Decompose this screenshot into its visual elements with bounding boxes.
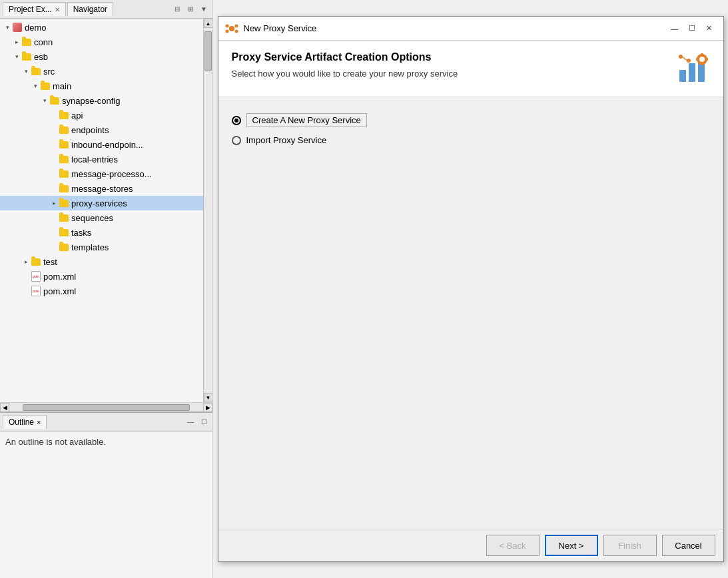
right-panel: New Proxy Service — ☐ ✕ Proxy Service Ar… bbox=[213, 0, 728, 578]
list-item[interactable]: pom pom.xml bbox=[0, 284, 203, 298]
list-item[interactable]: src bbox=[0, 64, 203, 79]
dialog-heading: Proxy Service Artifact Creation Options bbox=[232, 51, 458, 63]
back-button[interactable]: < Back bbox=[486, 535, 540, 556]
tree-item-label: local-entries bbox=[71, 154, 118, 164]
list-item[interactable]: test bbox=[0, 254, 203, 269]
list-item[interactable]: api bbox=[0, 108, 203, 123]
list-item[interactable]: templates bbox=[0, 240, 203, 254]
import-option[interactable]: Import Proxy Service bbox=[232, 135, 710, 145]
list-item[interactable]: esb bbox=[0, 49, 203, 64]
scroll-down-arrow[interactable]: ▼ bbox=[204, 393, 213, 402]
horizontal-scrollbar[interactable]: ◀ ▶ bbox=[0, 402, 212, 412]
expand-arrow[interactable] bbox=[21, 67, 31, 76]
expand-arrow[interactable] bbox=[21, 257, 31, 266]
scroll-thumb[interactable] bbox=[204, 31, 212, 71]
dialog-title-bar: New Proxy Service — ☐ ✕ bbox=[218, 17, 723, 41]
tree-item-label: api bbox=[71, 111, 83, 121]
expand-arrow[interactable] bbox=[12, 37, 21, 47]
folder-icon bbox=[59, 242, 69, 252]
expand-arrow[interactable] bbox=[3, 23, 12, 32]
list-item[interactable]: local-entries bbox=[0, 152, 203, 166]
tree-item-label: message-stores bbox=[71, 184, 133, 194]
scroll-up-arrow[interactable]: ▲ bbox=[204, 19, 213, 28]
scroll-left-arrow[interactable]: ◀ bbox=[0, 403, 9, 412]
tree-item-label: tasks bbox=[71, 228, 91, 238]
project-explorer-label: Project Ex... bbox=[9, 5, 52, 14]
minimize-button[interactable]: — bbox=[667, 21, 682, 36]
folder-icon bbox=[59, 183, 69, 194]
tree-item-label: message-processo... bbox=[71, 169, 152, 179]
navigator-label: Navigator bbox=[73, 5, 107, 14]
dialog-content: Create A New Proxy Service Import Proxy … bbox=[218, 97, 723, 529]
list-item[interactable]: endpoints bbox=[0, 123, 203, 137]
expand-arrow[interactable] bbox=[40, 96, 49, 105]
h-scroll-thumb[interactable] bbox=[23, 404, 190, 411]
tab-outline[interactable]: Outline × bbox=[3, 415, 47, 429]
tab-navigator[interactable]: Navigator bbox=[67, 2, 113, 16]
list-item[interactable]: message-processo... bbox=[0, 166, 203, 181]
tree-item-label: conn bbox=[34, 37, 53, 47]
list-item[interactable]: demo bbox=[0, 20, 203, 35]
import-radio[interactable] bbox=[232, 136, 241, 145]
collapse-all-icon[interactable]: ⊟ bbox=[171, 3, 183, 15]
list-item[interactable]: synapse-config bbox=[0, 93, 203, 108]
create-new-label: Create A New Proxy Service bbox=[246, 113, 367, 127]
folder-icon bbox=[59, 139, 69, 150]
window-controls: — ☐ ✕ bbox=[667, 21, 717, 36]
expand-arrow[interactable] bbox=[12, 52, 21, 61]
list-item[interactable]: conn bbox=[0, 35, 203, 49]
tab-close-project[interactable]: ✕ bbox=[55, 6, 60, 13]
svg-rect-14 bbox=[696, 58, 699, 61]
list-item[interactable]: message-stores bbox=[0, 181, 203, 196]
create-new-option[interactable]: Create A New Proxy Service bbox=[232, 113, 710, 127]
folder-icon bbox=[49, 95, 60, 106]
folder-icon bbox=[59, 198, 69, 208]
list-item[interactable]: inbound-endpoin... bbox=[0, 137, 203, 152]
list-item[interactable]: sequences bbox=[0, 210, 203, 225]
view-menu-icon[interactable]: ▼ bbox=[198, 3, 210, 15]
list-item[interactable]: proxy-services bbox=[0, 196, 203, 210]
dialog-window: New Proxy Service — ☐ ✕ Proxy Service Ar… bbox=[218, 16, 724, 562]
outline-content: An outline is not available. bbox=[0, 432, 212, 578]
dialog-title: New Proxy Service bbox=[244, 23, 662, 33]
dialog-subtitle: Select how you would like to create your… bbox=[232, 69, 458, 79]
tree-item-label: inbound-endpoin... bbox=[71, 140, 143, 150]
next-button[interactable]: Next > bbox=[545, 535, 598, 556]
tree-item-label: src bbox=[43, 67, 55, 77]
pom-xml-icon: pom bbox=[31, 286, 41, 296]
scroll-right-arrow[interactable]: ▶ bbox=[203, 403, 212, 412]
maximize-outline-icon[interactable]: ☐ bbox=[198, 416, 210, 428]
project-tab-bar: Project Ex... ✕ Navigator ⊟ ⊞ ▼ bbox=[0, 0, 212, 19]
scroll-track[interactable] bbox=[204, 28, 212, 393]
folder-icon bbox=[21, 37, 32, 47]
tree-content[interactable]: demo conn esb bbox=[0, 19, 203, 402]
tree-item-label: test bbox=[43, 257, 57, 267]
link-editor-icon[interactable]: ⊞ bbox=[184, 3, 196, 15]
minimize-outline-icon[interactable]: — bbox=[184, 416, 196, 428]
outline-tab-label: Outline bbox=[9, 418, 34, 427]
outline-close-icon[interactable]: × bbox=[37, 418, 41, 426]
vertical-scrollbar[interactable]: ▲ ▼ bbox=[203, 19, 212, 402]
tree-item-label: pom.xml bbox=[43, 286, 76, 296]
tab-project-explorer[interactable]: Project Ex... ✕ bbox=[3, 2, 66, 16]
cancel-button[interactable]: Cancel bbox=[662, 535, 715, 556]
tree-item-label: templates bbox=[71, 242, 109, 252]
pom-xml-icon: pom bbox=[31, 271, 41, 282]
list-item[interactable]: tasks bbox=[0, 225, 203, 240]
close-button[interactable]: ✕ bbox=[702, 21, 717, 36]
expand-arrow[interactable] bbox=[49, 198, 59, 208]
tree-item-label: pom.xml bbox=[43, 272, 76, 282]
folder-icon bbox=[21, 51, 32, 62]
create-new-radio[interactable] bbox=[232, 116, 241, 125]
expand-arrow[interactable] bbox=[31, 81, 40, 91]
folder-icon bbox=[40, 81, 51, 91]
list-item[interactable]: pom pom.xml bbox=[0, 269, 203, 284]
tree-item-label: endpoints bbox=[71, 125, 109, 135]
svg-point-0 bbox=[229, 26, 234, 31]
list-item[interactable]: main bbox=[0, 79, 203, 93]
folder-icon bbox=[31, 66, 41, 77]
maximize-button[interactable]: ☐ bbox=[685, 21, 699, 36]
folder-icon bbox=[31, 256, 41, 267]
tree-item-label: main bbox=[53, 81, 71, 91]
finish-button[interactable]: Finish bbox=[603, 535, 657, 556]
